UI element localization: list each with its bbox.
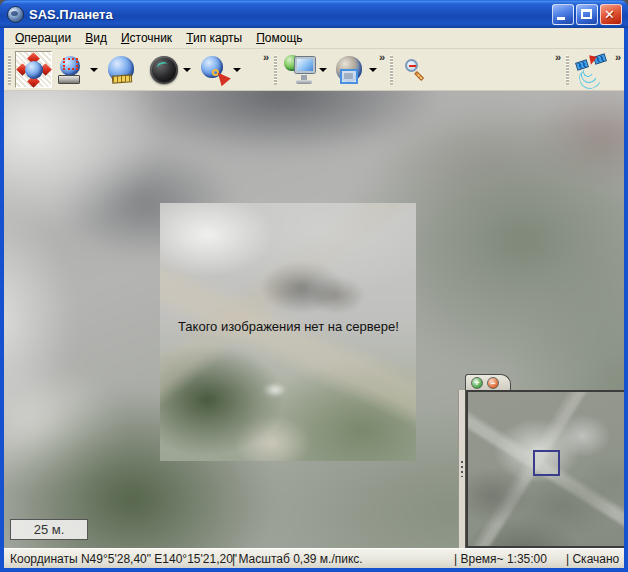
- toolbar-overflow-chevron[interactable]: »: [261, 50, 270, 64]
- toolbar-group-gps: »: [564, 49, 624, 90]
- app-window: SAS.Планета ✕ Операции Вид Источник Тип …: [0, 0, 628, 572]
- status-coordinates: Координаты N49°5'28,40" E140°15'21,20": [10, 552, 237, 566]
- dropdown-arrow-icon[interactable]: [90, 68, 98, 72]
- map-layers-icon: [335, 55, 365, 85]
- toolbar: » » »: [4, 49, 624, 91]
- window-title: SAS.Планета: [29, 7, 113, 22]
- minimap-zoom-in-button[interactable]: +: [471, 377, 483, 389]
- dropdown-arrow-icon[interactable]: [369, 68, 377, 72]
- status-scale: | Масштаб 0,39 м./пикс.: [232, 552, 363, 566]
- toolbar-overflow-chevron[interactable]: »: [377, 50, 386, 64]
- menu-bar: Операции Вид Источник Тип карты Помощь: [4, 28, 624, 49]
- toolbar-group-zoom: »: [388, 49, 564, 90]
- pan-button[interactable]: [15, 51, 52, 88]
- map-canvas[interactable]: Такого изображения нет на сервере! 25 м.…: [4, 91, 624, 548]
- minimap-splitter[interactable]: [458, 390, 466, 548]
- dropdown-arrow-icon[interactable]: [319, 68, 327, 72]
- close-icon: ✕: [604, 7, 615, 22]
- toolbar-group-network: »: [272, 49, 388, 90]
- pan-icon: [18, 54, 50, 86]
- menu-map-type[interactable]: Тип карты: [179, 29, 249, 47]
- network-mode-button[interactable]: [281, 51, 318, 88]
- splitter-grip-icon: [461, 461, 463, 477]
- maximize-button[interactable]: [576, 4, 598, 25]
- minimize-button[interactable]: [552, 4, 574, 25]
- goto-place-button[interactable]: [195, 51, 232, 88]
- screenshot-icon: [150, 56, 178, 84]
- measure-distance-icon: [106, 55, 136, 85]
- status-time: | Время~ 1:35:00: [454, 552, 547, 566]
- gps-satellite-icon: [575, 55, 609, 85]
- gps-button[interactable]: [573, 51, 610, 88]
- minimap-view[interactable]: [466, 390, 624, 548]
- dropdown-arrow-icon[interactable]: [183, 68, 191, 72]
- zoom-out-button[interactable]: [397, 51, 434, 88]
- goto-place-icon: [199, 55, 229, 85]
- download-selection-button[interactable]: [52, 51, 89, 88]
- toolbar-gripper[interactable]: [566, 55, 569, 85]
- screenshot-button[interactable]: [145, 51, 182, 88]
- toolbar-overflow-chevron[interactable]: »: [553, 50, 562, 64]
- toolbar-gripper[interactable]: [8, 55, 11, 85]
- minimize-icon: [557, 17, 565, 20]
- maximize-icon: [581, 9, 592, 19]
- scale-label: 25 м.: [34, 522, 65, 537]
- toolbar-group-main: »: [6, 49, 272, 90]
- minimap-tab: + −: [465, 374, 511, 391]
- missing-map-tile: Такого изображения нет на сервере!: [160, 203, 416, 461]
- app-globe-icon: [7, 6, 24, 23]
- scale-indicator: 25 м.: [10, 519, 88, 540]
- status-bar: Координаты N49°5'28,40" E140°15'21,20" |…: [4, 548, 624, 568]
- menu-help[interactable]: Помощь: [249, 29, 309, 47]
- dropdown-arrow-icon[interactable]: [233, 68, 241, 72]
- toolbar-overflow-chevron[interactable]: »: [613, 50, 622, 64]
- menu-view[interactable]: Вид: [78, 29, 114, 47]
- minimap-zoom-out-button[interactable]: −: [487, 377, 499, 389]
- tile-missing-message: Такого изображения нет на сервере!: [178, 319, 399, 334]
- status-downloaded: | Скачано: [566, 552, 619, 566]
- minimap-panel: + −: [458, 374, 624, 548]
- title-bar[interactable]: SAS.Планета ✕: [0, 0, 628, 28]
- menu-source[interactable]: Источник: [114, 29, 179, 47]
- network-mode-icon: [284, 54, 316, 86]
- minimap-viewport-rect[interactable]: [533, 450, 560, 476]
- close-button[interactable]: ✕: [600, 4, 622, 25]
- toolbar-gripper[interactable]: [390, 55, 393, 85]
- toolbar-gripper[interactable]: [274, 55, 277, 85]
- menu-operations[interactable]: Операции: [8, 29, 78, 47]
- download-selection-icon: [56, 55, 86, 85]
- map-layers-button[interactable]: [331, 51, 368, 88]
- measure-distance-button[interactable]: [102, 51, 139, 88]
- zoom-out-icon: [403, 57, 429, 83]
